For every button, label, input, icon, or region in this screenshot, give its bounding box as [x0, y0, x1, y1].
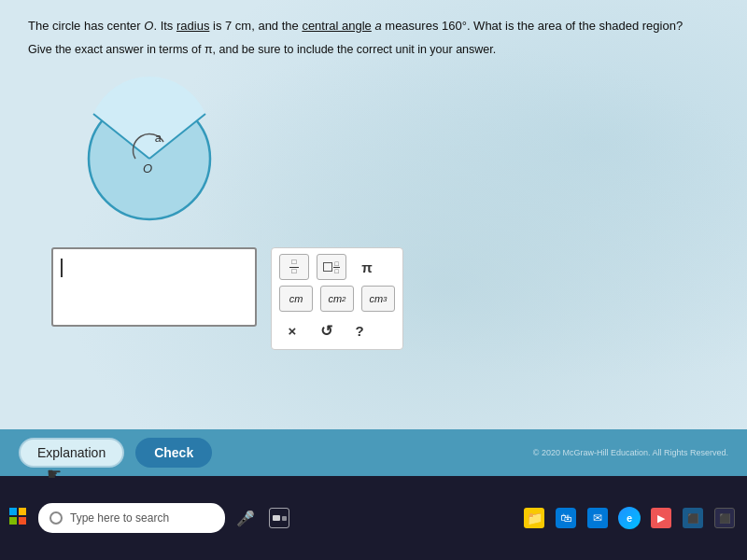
taskbar-file-explorer-icon[interactable]: 📁 — [521, 505, 547, 531]
hand-cursor-icon: ☛ — [47, 464, 62, 484]
explanation-button[interactable]: Explanation — [19, 438, 124, 468]
app3-icon: ⬛ — [714, 508, 735, 528]
mixed-fraction-button[interactable]: □ □ — [317, 254, 346, 280]
toolbar-row-2: cm cm2 cm3 — [279, 286, 395, 312]
angle-label: a — [155, 132, 162, 145]
check-button[interactable]: Check — [135, 438, 212, 468]
cm3-button[interactable]: cm3 — [361, 286, 395, 312]
clear-button[interactable]: × — [279, 317, 305, 343]
toolbar-row-1: □ □ □ □ π — [279, 254, 395, 280]
taskbar-search-bar[interactable]: Type here to search — [38, 503, 225, 533]
app2-icon: ⬛ — [683, 508, 703, 528]
fraction-icon: □ □ — [289, 259, 300, 276]
taskbar-app1-icon[interactable]: ▶ — [648, 505, 674, 531]
fraction-button[interactable]: □ □ — [279, 254, 309, 280]
answer-section: □ □ □ □ π — [51, 247, 403, 350]
toolbar-row-3: × ↺ ? — [279, 317, 395, 343]
answer-input-box[interactable] — [51, 247, 257, 327]
undo-button[interactable]: ↺ — [313, 317, 339, 343]
copyright-text: © 2020 McGraw-Hill Education. All Rights… — [533, 448, 728, 457]
math-toolbar: □ □ □ □ π — [271, 247, 403, 350]
circle-diagram: O a — [75, 75, 224, 224]
main-content-area: The circle has center O. Its radius is 7… — [0, 0, 747, 476]
taskbar-icons-group: 📁 🛍 ✉ e ▶ ⬛ — [521, 505, 738, 531]
taskbar: Type here to search 🎤 📁 🛍 ✉ — [0, 476, 747, 560]
windows-start-button[interactable] — [9, 508, 26, 529]
pi-button[interactable]: π — [354, 254, 380, 280]
edge-browser-icon: e — [618, 507, 641, 529]
text-cursor — [61, 259, 63, 277]
taskview-icon — [269, 508, 289, 528]
search-icon — [49, 511, 63, 525]
cm2-button[interactable]: cm2 — [320, 286, 354, 312]
taskbar-app2-icon[interactable]: ⬛ — [680, 505, 706, 531]
taskbar-app3-icon[interactable]: ⬛ — [712, 505, 738, 531]
folder-icon: 📁 — [524, 508, 544, 528]
mic-icon: 🎤 — [236, 510, 255, 527]
bottom-bar: Explanation ☛ Check © 2020 McGraw-Hill E… — [0, 429, 747, 476]
taskbar-mic-button[interactable]: 🎤 — [233, 505, 259, 531]
store-icon: 🛍 — [556, 508, 576, 528]
taskbar-taskview-button[interactable] — [266, 505, 292, 531]
bottom-bar-left: Explanation ☛ Check — [19, 438, 212, 468]
app1-icon: ▶ — [651, 508, 671, 528]
circle-svg: O a — [75, 75, 224, 224]
question-line2: Give the exact answer in terms of π, and… — [28, 41, 719, 59]
search-placeholder: Type here to search — [70, 511, 169, 525]
question-line1: The circle has center O. Its radius is 7… — [28, 17, 719, 36]
help-button[interactable]: ? — [346, 317, 373, 343]
svg-rect-5 — [9, 517, 17, 525]
cm-button[interactable]: cm — [279, 286, 313, 312]
svg-rect-3 — [9, 508, 17, 515]
question-area: The circle has center O. Its radius is 7… — [0, 0, 747, 68]
mixed-fraction-icon: □ □ — [323, 260, 339, 274]
taskbar-edge-icon[interactable]: e — [616, 505, 642, 531]
center-label: O — [143, 161, 152, 175]
taskbar-store-icon[interactable]: 🛍 — [553, 505, 579, 531]
svg-rect-6 — [19, 517, 26, 525]
taskbar-mail-icon[interactable]: ✉ — [585, 505, 611, 531]
svg-rect-4 — [19, 508, 26, 515]
mail-icon: ✉ — [587, 508, 608, 528]
